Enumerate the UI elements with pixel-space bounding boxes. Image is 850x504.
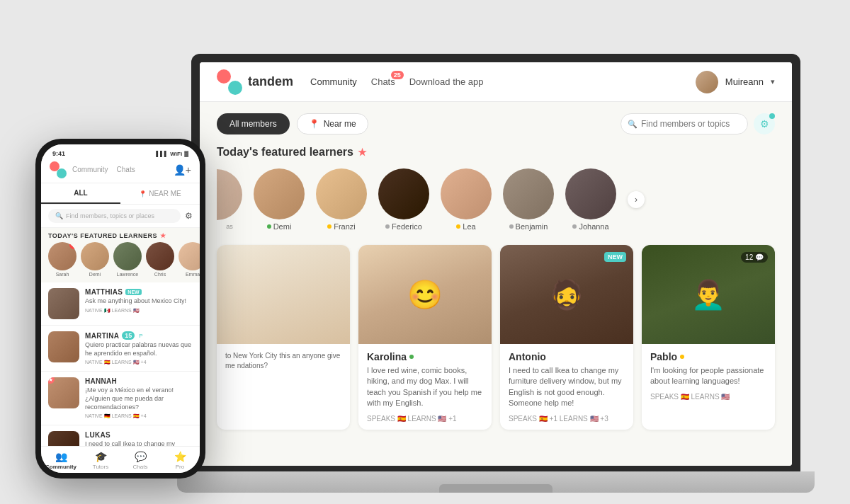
card-body-pablo: Pablo I'm looking for people passionate … xyxy=(642,344,775,408)
new-badge: NEW xyxy=(604,252,626,262)
phone-member-info-martina: MARTINA 15 P Quiero practicar palabras n… xyxy=(85,331,193,365)
nav-right: Muireann ▾ xyxy=(696,71,775,93)
phone-member-hannah[interactable]: ★ HANNAH ¡Me voy a México en el verano! … xyxy=(41,372,200,425)
scene: tandem Community Chats 25 Download the a… xyxy=(35,11,815,493)
phone-member-lukas[interactable]: LUKAS I need to call Ikea to change my f… xyxy=(41,425,200,446)
phone-search-input[interactable]: Find members, topics or places xyxy=(66,212,154,219)
phone: 9:41 ▌▌▌ WiFi ▓ Community Chats xyxy=(35,139,205,479)
star-icon: ★ xyxy=(358,147,367,158)
phone-featured-header: TODAY'S FEATURED LEARNERS ★ xyxy=(41,228,200,242)
pro-icon: ⭐ xyxy=(174,451,186,462)
online-dot xyxy=(409,355,414,359)
laptop-screen: tandem Community Chats 25 Download the a… xyxy=(200,62,792,466)
search-input[interactable] xyxy=(620,113,748,134)
laptop-hinge xyxy=(439,484,552,493)
phone-avatar-sarah[interactable]: ✕ Sarah xyxy=(48,242,76,277)
filter-button[interactable]: ⚙ xyxy=(754,113,775,134)
phone-bottom-chats[interactable]: 💬 Chats xyxy=(120,451,160,470)
logo[interactable]: tandem xyxy=(217,69,293,95)
phone-tab-chats[interactable]: Chats xyxy=(117,166,135,175)
location-icon: 📍 xyxy=(309,119,319,129)
location-icon: 📍 xyxy=(139,190,147,197)
pro-icon: P xyxy=(139,333,142,339)
phone-subtab-all[interactable]: ALL xyxy=(41,183,120,204)
phone-filter-icon[interactable]: ⚙ xyxy=(185,211,193,221)
phone-content: TODAY'S FEATURED LEARNERS ★ ✕ Sarah xyxy=(41,228,200,446)
user-chevron-icon[interactable]: ▾ xyxy=(771,77,775,86)
avatar-item-lea[interactable]: Lea xyxy=(441,168,492,231)
nav-community[interactable]: Community xyxy=(310,76,357,87)
phone-frame: 9:41 ▌▌▌ WiFi ▓ Community Chats xyxy=(35,139,205,479)
phone-member-martina[interactable]: MARTINA 15 P Quiero practicar palabras n… xyxy=(41,326,200,372)
filter-active-dot xyxy=(769,113,775,119)
user-name[interactable]: Muireann xyxy=(725,76,764,87)
member-card-karolina[interactable]: 😊 Karolina I love red wine, comic books,… xyxy=(358,245,492,430)
phone-featured-avatars: ✕ Sarah Demi Lawrence xyxy=(41,242,200,282)
phone-status-icons: ▌▌▌ WiFi ▓ xyxy=(156,151,188,157)
member-card-pablo[interactable]: 👨‍🦱 12 💬 Pablo I'm looking for people pa… xyxy=(642,245,775,430)
logo-icon xyxy=(217,69,242,95)
phone-search-bar: 🔍 Find members, topics or places ⚙ xyxy=(41,205,200,228)
phone-time: 9:41 xyxy=(52,150,65,157)
featured-avatars-row: as Demi xyxy=(217,168,775,231)
all-members-button[interactable]: All members xyxy=(217,113,290,134)
member-cards-grid: to New York City this an anyone give me … xyxy=(217,245,775,430)
online-dot xyxy=(680,355,684,359)
phone-member-info-matthias: MATTHIAS NEW Ask me anything about Mexic… xyxy=(85,288,193,319)
avatar-item-benjamin[interactable]: Benjamin xyxy=(503,168,554,231)
member-card-antonio[interactable]: 🧔 NEW Antonio I need to call Ikea to cha… xyxy=(500,245,633,430)
phone-bottom-community[interactable]: 👥 Community xyxy=(41,451,81,470)
card-image-wrap: 😊 xyxy=(358,245,492,344)
phone-avatar-chris[interactable]: Chris xyxy=(146,242,174,277)
laptop-frame: tandem Community Chats 25 Download the a… xyxy=(191,54,800,471)
online-dot xyxy=(385,224,390,229)
sliders-icon: ⚙ xyxy=(760,118,769,130)
online-dot xyxy=(572,224,577,229)
phone-avatar-lawrence[interactable]: Lawrence xyxy=(113,242,142,277)
search-bar: 🔍 ⚙ xyxy=(620,113,775,134)
phone-status-bar: 9:41 ▌▌▌ WiFi ▓ xyxy=(41,144,200,157)
avatar-item-franzi[interactable]: Franzi xyxy=(316,168,367,231)
card-image-wrap: 🧔 NEW xyxy=(500,245,633,344)
phone-member-matthias[interactable]: MATTHIAS NEW Ask me anything about Mexic… xyxy=(41,282,200,326)
phone-tab-community[interactable]: Community xyxy=(72,166,108,175)
laptop-navbar: tandem Community Chats 25 Download the a… xyxy=(200,62,792,102)
avatar-item-johanna[interactable]: Johanna xyxy=(565,168,616,231)
phone-bottom-tutors[interactable]: 🎓 Tutors xyxy=(81,451,120,470)
count-badge: 12 💬 xyxy=(741,252,768,263)
close-badge: ✕ xyxy=(69,242,76,249)
nav-download[interactable]: Download the app xyxy=(409,76,484,87)
community-icon: 👥 xyxy=(55,451,67,462)
phone-member-info-hannah: HANNAH ¡Me voy a México en el verano! ¿A… xyxy=(85,377,193,419)
online-dot xyxy=(267,224,271,229)
phone-member-info-lukas: LUKAS I need to call Ikea to change my f… xyxy=(85,431,193,446)
add-person-icon[interactable]: 👤+ xyxy=(174,164,191,176)
nav-links: Community Chats 25 Download the app xyxy=(310,76,696,87)
phone-avatar-demi[interactable]: Demi xyxy=(81,242,109,277)
chevron-right-button[interactable]: › xyxy=(628,191,645,208)
card-body-antonio: Antonio I need to call Ikea to change my… xyxy=(500,344,633,430)
phone-avatar-emma[interactable]: Emma xyxy=(178,242,200,277)
fav-star: ★ xyxy=(48,377,55,384)
online-dot xyxy=(509,224,514,229)
near-me-button[interactable]: 📍 Near me xyxy=(297,113,368,134)
phone-subtabs: ALL 📍 NEAR ME xyxy=(41,183,200,205)
chats-badge: 25 xyxy=(391,71,404,79)
phone-member-list: MATTHIAS NEW Ask me anything about Mexic… xyxy=(41,282,200,446)
avatar-item-demi[interactable]: Demi xyxy=(254,168,305,231)
phone-nav-tabs: Community Chats xyxy=(72,166,168,175)
avatar-item-partial[interactable]: as xyxy=(217,169,242,230)
partial-card[interactable]: to New York City this an anyone give me … xyxy=(217,245,350,430)
laptop-base xyxy=(177,471,815,493)
online-dot xyxy=(456,224,460,229)
phone-bottom-pro[interactable]: ⭐ Pro xyxy=(160,451,200,470)
filter-bar: All members 📍 Near me 🔍 ⚙ xyxy=(217,113,775,134)
nav-chats[interactable]: Chats 25 xyxy=(371,76,395,87)
phone-navbar: Community Chats 👤+ xyxy=(41,157,200,183)
phone-screen: 9:41 ▌▌▌ WiFi ▓ Community Chats xyxy=(41,144,200,473)
card-body-partial: to New York City this an anyone give me … xyxy=(217,344,350,384)
phone-subtab-near-me[interactable]: 📍 NEAR ME xyxy=(120,183,200,204)
battery-icon: ▓ xyxy=(184,151,188,157)
user-avatar xyxy=(696,71,718,93)
avatar-item-federico[interactable]: Federico xyxy=(378,168,429,231)
